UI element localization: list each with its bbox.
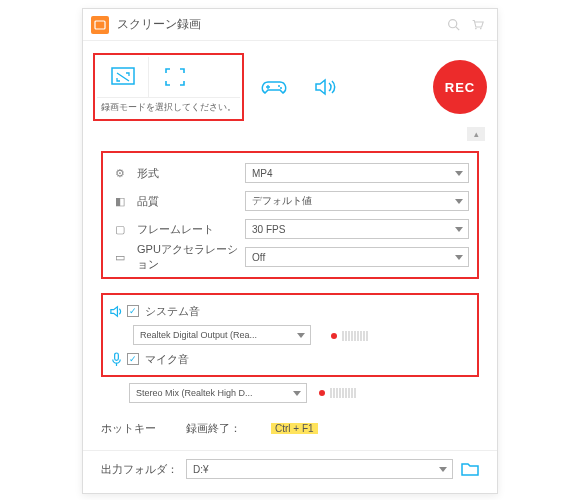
system-audio-device-row: Realtek Digital Output (Rea...	[105, 323, 471, 347]
system-meter-row: Stereo Mix (Realtek High D...	[101, 381, 479, 405]
record-button[interactable]: REC	[433, 60, 487, 114]
output-row: 出力フォルダ： D:¥	[83, 450, 497, 493]
format-row: ⚙ 形式 MP4	[111, 159, 469, 187]
svg-point-4	[479, 28, 481, 30]
microphone-icon	[105, 352, 127, 367]
game-mode-button[interactable]	[252, 67, 296, 107]
gpu-row: ▭ GPUアクセラレーション Off	[111, 243, 469, 271]
quality-label: 品質	[129, 194, 245, 209]
gear-icon: ⚙	[111, 167, 129, 180]
record-dot-icon	[331, 333, 337, 339]
svg-rect-8	[114, 353, 118, 360]
svg-point-6	[278, 85, 280, 87]
svg-point-3	[475, 28, 477, 30]
fps-select[interactable]: 30 FPS	[245, 219, 469, 239]
mic-checkbox[interactable]: ✓	[127, 353, 139, 365]
svg-point-7	[280, 87, 282, 89]
svg-point-1	[448, 20, 456, 28]
chevron-up-icon[interactable]: ▴	[467, 127, 485, 141]
settings-section: ⚙ 形式 MP4 ◧ 品質 デフォルト値 ▢ フレームレート 30 FPS ▭ …	[83, 143, 497, 287]
quality-row: ◧ 品質 デフォルト値	[111, 187, 469, 215]
quality-select[interactable]: デフォルト値	[245, 191, 469, 211]
system-audio-label: システム音	[145, 304, 200, 319]
svg-rect-5	[112, 68, 134, 84]
record-dot-icon	[319, 390, 325, 396]
system-level-meter	[331, 331, 368, 341]
mode-highlight-box: 録画モードを選択してください。	[93, 53, 244, 121]
speaker-icon	[105, 304, 127, 319]
app-title: スクリーン録画	[117, 16, 441, 33]
system-audio-row: ✓ システム音	[105, 299, 471, 323]
fullscreen-mode-button[interactable]	[149, 57, 201, 97]
fps-label: フレームレート	[129, 222, 245, 237]
mode-hint-label: 録画モードを選択してください。	[97, 97, 240, 117]
system-audio-device-select[interactable]: Realtek Digital Output (Rea...	[133, 325, 311, 345]
quality-icon: ◧	[111, 195, 129, 208]
framerate-icon: ▢	[111, 223, 129, 236]
cart-icon[interactable]	[465, 13, 489, 37]
mode-toolbar: 録画モードを選択してください。 REC	[83, 41, 497, 125]
search-icon[interactable]	[441, 13, 465, 37]
gpu-label: GPUアクセラレーション	[129, 242, 245, 272]
gpu-icon: ▭	[111, 251, 129, 264]
mic-device-select[interactable]: Stereo Mix (Realtek High D...	[129, 383, 307, 403]
svg-rect-0	[95, 21, 105, 29]
audio-highlight-box: ✓ システム音 Realtek Digital Output (Rea... ✓…	[101, 293, 479, 377]
system-audio-checkbox[interactable]: ✓	[127, 305, 139, 317]
fps-row: ▢ フレームレート 30 FPS	[111, 215, 469, 243]
gpu-select[interactable]: Off	[245, 247, 469, 267]
app-logo-icon	[91, 16, 109, 34]
collapse-toggle: ▴	[83, 125, 497, 143]
app-window: スクリーン録画 録画モードを選択してください。 REC ▴	[82, 8, 498, 494]
output-path-select[interactable]: D:¥	[186, 459, 453, 479]
mic-label: マイク音	[145, 352, 189, 367]
audio-section: ✓ システム音 Realtek Digital Output (Rea... ✓…	[83, 287, 497, 407]
hotkey-row: ホットキー 録画終了： Ctrl + F1	[83, 407, 497, 450]
region-mode-button[interactable]	[97, 57, 149, 97]
hotkey-label: ホットキー	[101, 421, 156, 436]
format-label: 形式	[129, 166, 245, 181]
titlebar: スクリーン録画	[83, 9, 497, 41]
mic-row: ✓ マイク音	[105, 347, 471, 371]
output-label: 出力フォルダ：	[101, 462, 178, 477]
mic-level-meter	[319, 388, 356, 398]
format-select[interactable]: MP4	[245, 163, 469, 183]
svg-line-2	[455, 27, 458, 30]
hotkey-stop-key: Ctrl + F1	[271, 423, 318, 434]
settings-highlight-box: ⚙ 形式 MP4 ◧ 品質 デフォルト値 ▢ フレームレート 30 FPS ▭ …	[101, 151, 479, 279]
folder-icon[interactable]	[461, 461, 479, 478]
audio-mode-button[interactable]	[304, 67, 348, 107]
hotkey-stop-label: 録画終了：	[186, 421, 241, 436]
